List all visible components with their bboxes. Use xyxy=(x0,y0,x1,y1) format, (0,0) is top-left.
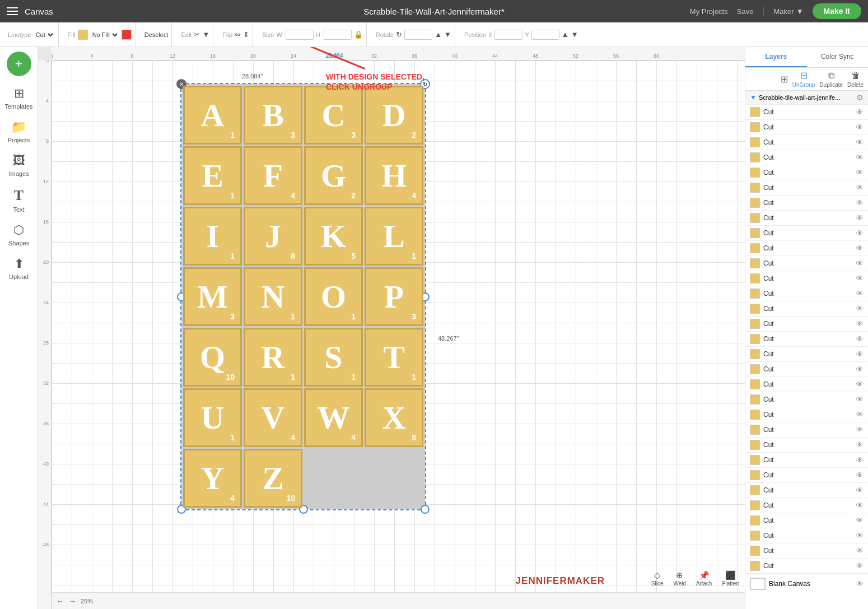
layer-item[interactable]: Cut 👁 xyxy=(745,422,868,438)
attach-button[interactable]: 📌 Attach xyxy=(696,570,712,587)
position-step[interactable]: ▲ xyxy=(562,30,569,39)
layer-item[interactable]: Cut 👁 xyxy=(745,332,868,347)
tab-color-sync[interactable]: Color Sync xyxy=(807,47,869,67)
layer-visibility-toggle[interactable]: 👁 xyxy=(856,289,864,298)
layer-visibility-toggle[interactable]: 👁 xyxy=(856,410,864,419)
layer-item[interactable]: Cut 👁 xyxy=(745,362,868,377)
layer-item[interactable]: Cut 👁 xyxy=(745,317,868,332)
fill-color-swatch[interactable] xyxy=(78,30,88,40)
layer-item[interactable]: Cut 👁 xyxy=(745,105,868,120)
flatten-button[interactable]: ⬛ Flatten xyxy=(722,570,739,587)
rotate-input[interactable]: 0 xyxy=(404,30,432,40)
layer-visibility-toggle[interactable]: 👁 xyxy=(856,259,864,268)
layer-visibility-toggle[interactable]: 👁 xyxy=(856,546,864,555)
layer-item[interactable]: Cut 👁 xyxy=(745,165,868,180)
layer-item[interactable]: Cut 👁 xyxy=(745,286,868,301)
layer-item[interactable]: Cut 👁 xyxy=(745,498,868,513)
layer-visibility-toggle[interactable]: 👁 xyxy=(856,138,864,147)
weld-button[interactable]: ⊕ Weld xyxy=(673,570,686,587)
layer-item[interactable]: Cut 👁 xyxy=(745,392,868,407)
new-button[interactable]: + xyxy=(7,52,31,76)
layer-visibility-toggle[interactable]: 👁 xyxy=(856,229,864,238)
layer-visibility-toggle[interactable]: 👁 xyxy=(856,183,864,192)
layer-visibility-toggle[interactable]: 👁 xyxy=(856,350,864,359)
layer-item[interactable]: Cut 👁 xyxy=(745,301,868,317)
sidebar-item-projects[interactable]: 📁 Projects xyxy=(2,115,36,148)
layer-visibility-toggle[interactable]: 👁 xyxy=(856,486,864,495)
layer-visibility-toggle[interactable]: 👁 xyxy=(856,380,864,389)
linetype-select[interactable]: Cut xyxy=(34,31,55,39)
layer-item[interactable]: Cut 👁 xyxy=(745,438,868,453)
flip-h-button[interactable]: ⇔ xyxy=(235,30,241,39)
layer-item[interactable]: Cut 👁 xyxy=(745,211,868,226)
sidebar-item-templates[interactable]: ⊞ Templates xyxy=(2,82,36,114)
my-projects-button[interactable]: My Projects xyxy=(690,7,728,16)
lock-ratio-button[interactable]: 🔒 xyxy=(354,30,363,39)
sidebar-item-shapes[interactable]: ⬡ Shapes xyxy=(2,219,36,251)
layer-visibility-toggle[interactable]: 👁 xyxy=(856,440,864,449)
x-position-input[interactable]: 14.125 xyxy=(494,30,522,40)
layer-item[interactable]: Cut 👁 xyxy=(745,196,868,211)
save-button[interactable]: Save xyxy=(737,7,754,16)
layer-visibility-toggle[interactable]: 👁 xyxy=(856,395,864,404)
layer-visibility-toggle[interactable]: 👁 xyxy=(856,123,864,132)
layer-item[interactable]: Cut 👁 xyxy=(745,180,868,196)
duplicate-button[interactable]: ⧉ Duplicate xyxy=(819,71,843,88)
layer-item[interactable]: Cut 👁 xyxy=(745,559,868,574)
layer-item[interactable]: Cut 👁 xyxy=(745,468,868,483)
layer-item[interactable]: Cut 👁 xyxy=(745,150,868,165)
layer-visibility-toggle[interactable]: 👁 xyxy=(856,213,864,222)
layer-visibility-toggle[interactable]: 👁 xyxy=(856,531,864,540)
layer-item[interactable]: Cut 👁 xyxy=(745,271,868,286)
layer-group-header[interactable]: ▼ Scrabble-tile-wall-art-jennife... ⚙ xyxy=(745,91,868,105)
layer-visibility-toggle[interactable]: 👁 xyxy=(856,108,864,117)
layer-visibility-toggle[interactable]: 👁 xyxy=(856,365,864,374)
width-input[interactable]: 28.084 xyxy=(286,30,314,40)
layer-item[interactable]: Cut 👁 xyxy=(745,377,868,392)
edit-option-button[interactable]: ▼ xyxy=(202,30,209,39)
tab-layers[interactable]: Layers xyxy=(745,47,807,67)
stroke-color-swatch[interactable] xyxy=(122,30,132,40)
layer-item[interactable]: Cut 👁 xyxy=(745,543,868,559)
rotate-step-up[interactable]: ▲ xyxy=(435,30,442,39)
deselect-button[interactable]: Deselect xyxy=(144,31,169,38)
layer-item[interactable]: Cut 👁 xyxy=(745,528,868,543)
rotate-step-down[interactable]: ▼ xyxy=(444,30,451,39)
make-it-button[interactable]: Make It xyxy=(813,3,861,19)
sidebar-item-images[interactable]: 🖼 Images xyxy=(2,149,36,182)
zoom-in-button[interactable]: → xyxy=(68,597,76,606)
layer-item[interactable]: Cut 👁 xyxy=(745,256,868,271)
layer-visibility-toggle[interactable]: 👁 xyxy=(856,198,864,207)
layer-item[interactable]: Cut 👁 xyxy=(745,120,868,135)
height-input[interactable]: 48.267 xyxy=(324,30,352,40)
layer-visibility-toggle[interactable]: 👁 xyxy=(856,304,864,313)
group-button[interactable]: ⊞ xyxy=(781,74,788,85)
layer-item[interactable]: Cut 👁 xyxy=(745,407,868,422)
layer-item[interactable]: Cut 👁 xyxy=(745,347,868,362)
layer-visibility-toggle[interactable]: 👁 xyxy=(856,168,864,177)
layer-visibility-toggle[interactable]: 👁 xyxy=(856,516,864,525)
fill-select[interactable]: No Fill xyxy=(90,31,119,39)
layer-visibility-toggle[interactable]: 👁 xyxy=(856,471,864,480)
blank-canvas-eye[interactable]: 👁 xyxy=(856,579,864,588)
design-container[interactable]: ✕ ↻ A 1 B 3 C 3 D 2 E 1 xyxy=(180,83,426,510)
ungroup-button[interactable]: ⊟ UnGroup xyxy=(792,70,815,88)
sidebar-item-text[interactable]: T Text xyxy=(2,183,36,217)
layer-visibility-toggle[interactable]: 👁 xyxy=(856,334,864,343)
canvas-area[interactable]: 0 4 8 12 16 20 24 28 32 36 40 44 48 52 5… xyxy=(38,47,745,609)
edit-button[interactable]: ✂ xyxy=(194,30,200,39)
layer-visibility-toggle[interactable]: 👁 xyxy=(856,274,864,283)
zoom-out-button[interactable]: ← xyxy=(56,597,64,606)
layer-visibility-toggle[interactable]: 👁 xyxy=(856,501,864,510)
canvas-grid[interactable]: ✕ ↻ A 1 B 3 C 3 D 2 E 1 xyxy=(52,61,745,609)
layer-item[interactable]: Cut 👁 xyxy=(745,513,868,528)
layer-visibility-toggle[interactable]: 👁 xyxy=(856,244,864,253)
layer-item[interactable]: Cut 👁 xyxy=(745,453,868,468)
flip-v-button[interactable]: ⇕ xyxy=(243,30,249,39)
layer-item[interactable]: Cut 👁 xyxy=(745,241,868,256)
delete-button[interactable]: 🗑 Delete xyxy=(847,71,864,88)
position-step-down[interactable]: ▼ xyxy=(571,30,578,39)
layer-item[interactable]: Cut 👁 xyxy=(745,226,868,241)
layer-visibility-toggle[interactable]: 👁 xyxy=(856,153,864,162)
layer-visibility-toggle[interactable]: 👁 xyxy=(856,561,864,570)
